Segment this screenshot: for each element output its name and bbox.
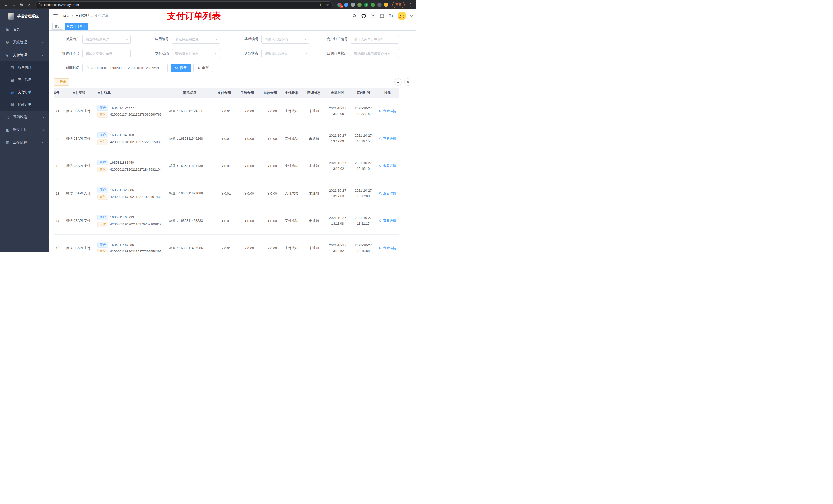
filter-select-3[interactable] bbox=[261, 35, 309, 44]
extension-gray-icon[interactable] bbox=[351, 3, 355, 7]
search-button[interactable]: 搜索 bbox=[171, 64, 191, 72]
extension-v-icon[interactable]: V bbox=[364, 3, 368, 7]
view-detail-link[interactable]: 查看详情 bbox=[379, 246, 396, 250]
github-icon[interactable] bbox=[361, 14, 366, 18]
toggle-search-button[interactable] bbox=[395, 78, 402, 86]
sidebar-item-home[interactable]: ◉首页 bbox=[0, 23, 49, 36]
main-content: 所属商户应用编号渠道编码商户订单编号 渠道订单号支付状态退款状态回调商户状态 创… bbox=[49, 31, 416, 252]
filter-select-6[interactable] bbox=[172, 49, 220, 58]
extension-puzzle-icon[interactable] bbox=[377, 3, 382, 7]
filter-select-2[interactable] bbox=[172, 35, 220, 44]
merchant-tag: 商户 bbox=[97, 215, 108, 220]
cell-fee: ¥ 0.00 bbox=[234, 164, 257, 168]
filter-select-1[interactable] bbox=[82, 35, 130, 44]
cell-channel: 微信 JSAPI 支付 bbox=[64, 109, 94, 114]
forward-icon[interactable]: → bbox=[10, 1, 18, 8]
app-logo[interactable]: 芋道管理系统 bbox=[0, 9, 49, 23]
filter-label: 商户订单编号 bbox=[322, 37, 351, 42]
view-detail-link[interactable]: 查看详情 bbox=[379, 136, 396, 141]
cell-id: 20 bbox=[54, 137, 64, 141]
info-icon[interactable]: ⓘ bbox=[39, 3, 42, 7]
view-detail-link[interactable]: 查看详情 bbox=[379, 218, 396, 223]
export-button[interactable]: ↓ 导出 bbox=[54, 78, 69, 86]
filter-row-2: 渠道订单号支付状态退款状态回调商户状态 bbox=[54, 49, 411, 58]
breadcrumb-home[interactable]: 首页 bbox=[63, 14, 70, 18]
pay-tag: 支付 bbox=[97, 167, 108, 172]
view-detail-link[interactable]: 查看详情 bbox=[379, 109, 396, 114]
sidebar-item-workflow[interactable]: ▥工作流程 bbox=[0, 136, 49, 149]
reset-button[interactable]: ↻ 重置 bbox=[193, 64, 213, 72]
view-detail-link[interactable]: 查看详情 bbox=[379, 164, 396, 168]
back-icon[interactable]: ← bbox=[3, 1, 10, 8]
date-end: 2021-10-31 23:59:59 bbox=[128, 66, 159, 70]
share-icon[interactable]: ↥ bbox=[317, 2, 324, 8]
extension-drop-icon[interactable] bbox=[344, 3, 348, 7]
sidebar-item-app-info[interactable]: ▦应用信息 bbox=[0, 74, 49, 86]
filter-label: 退款状态 bbox=[233, 51, 261, 56]
table-toolbar: ↓ 导出 ↻ bbox=[54, 78, 411, 86]
filter-input-4[interactable] bbox=[351, 35, 399, 44]
breadcrumb-pay-manage[interactable]: 支付管理 bbox=[75, 14, 89, 18]
sidebar-item-devtools[interactable]: ▣研发工具 bbox=[0, 123, 49, 136]
cell-ctime: 2021-10-2713:19:09 bbox=[325, 133, 351, 144]
filter-field: 应用编号 bbox=[143, 35, 233, 44]
extension-face-icon[interactable] bbox=[384, 3, 388, 7]
help-icon[interactable]: ? bbox=[371, 14, 375, 18]
col-refund: 退款金额 bbox=[257, 91, 280, 95]
col-status: 支付状态 bbox=[280, 91, 303, 95]
cell-ctime: 2021-10-2713:17:03 bbox=[325, 188, 351, 199]
filter-select-7[interactable] bbox=[261, 49, 309, 58]
cell-ctime: 2021-10-2713:10:52 bbox=[325, 242, 351, 252]
sidebar-item-merchant-info[interactable]: ▤商户信息 bbox=[0, 62, 49, 74]
yen-icon: ¥ bbox=[5, 53, 10, 57]
cell-status: 支付成功 bbox=[280, 109, 303, 114]
cell-action: 查看详情 bbox=[376, 218, 399, 223]
cell-id: 16 bbox=[54, 246, 64, 250]
close-icon[interactable]: × bbox=[84, 25, 86, 28]
merchant-tag: 商户 bbox=[97, 105, 108, 111]
sidebar-item-label: 系统管理 bbox=[13, 40, 42, 45]
browser-menu-icon[interactable]: ⋮ bbox=[407, 1, 414, 8]
tab-pay-order[interactable]: 支付订单 × bbox=[65, 23, 88, 30]
reload-icon[interactable]: ↻ bbox=[18, 1, 25, 8]
cell-status: 支付成功 bbox=[280, 246, 303, 250]
cell-refund: ¥ 0.00 bbox=[257, 137, 280, 141]
sidebar-item-pay-order[interactable]: ◎支付订单 bbox=[0, 86, 49, 98]
filter-select-8[interactable] bbox=[351, 49, 399, 58]
cell-action: 查看详情 bbox=[376, 246, 399, 250]
chevron-down-icon[interactable] bbox=[410, 14, 413, 17]
view-detail-link[interactable]: 查看详情 bbox=[379, 191, 396, 196]
url-bar[interactable]: ⓘ localhost:1024/pay/order ↥ ☆ bbox=[35, 1, 333, 8]
tab-home[interactable]: 首页 bbox=[52, 23, 63, 30]
user-avatar[interactable] bbox=[398, 12, 406, 20]
refresh-icon: ↻ bbox=[197, 66, 200, 70]
sidebar-fold-icon[interactable] bbox=[53, 13, 58, 19]
extension-badge: 10 bbox=[340, 5, 343, 8]
date-start: 2021-10-01 00:00:00 bbox=[91, 66, 122, 70]
cell-action: 查看详情 bbox=[376, 136, 399, 141]
merchant-icon: ▤ bbox=[10, 65, 14, 70]
cell-id: 21 bbox=[54, 110, 64, 113]
update-button[interactable]: 更新 bbox=[392, 2, 405, 8]
home-icon[interactable]: ⌂ bbox=[26, 1, 33, 8]
refresh-table-button[interactable]: ↻ bbox=[404, 78, 411, 86]
sidebar-item-refund-order[interactable]: ▧退款订单 bbox=[0, 98, 49, 111]
col-fee: 手续金额 bbox=[234, 91, 257, 95]
app-header: 首页 / 支付管理 / 支付订单 支付订单列表 ? TT bbox=[49, 9, 416, 22]
extension-dots-icon[interactable]: 10 bbox=[337, 3, 342, 7]
filter-input-5[interactable] bbox=[82, 49, 130, 58]
sidebar-item-infrastructure[interactable]: ▢基础设施 bbox=[0, 111, 49, 123]
font-size-icon[interactable]: TT bbox=[389, 14, 393, 18]
merchant-tag: 商户 bbox=[97, 242, 108, 248]
sidebar-item-payment[interactable]: ¥支付管理 bbox=[0, 49, 49, 62]
filter-label: 支付状态 bbox=[143, 51, 172, 56]
extension-chat-icon[interactable] bbox=[371, 3, 375, 7]
cell-id: 17 bbox=[54, 219, 64, 223]
search-icon[interactable] bbox=[353, 14, 357, 18]
sidebar-item-system[interactable]: ⚙系统管理 bbox=[0, 36, 49, 49]
extension-green-icon[interactable] bbox=[357, 3, 362, 7]
fullscreen-icon[interactable] bbox=[380, 14, 384, 18]
cell-title: 标题：1635311468233 bbox=[169, 218, 211, 223]
date-range-input[interactable]: 2021-10-01 00:00:00 - 2021-10-31 23:59:5… bbox=[82, 64, 168, 72]
bookmark-star-icon[interactable]: ☆ bbox=[324, 2, 331, 8]
